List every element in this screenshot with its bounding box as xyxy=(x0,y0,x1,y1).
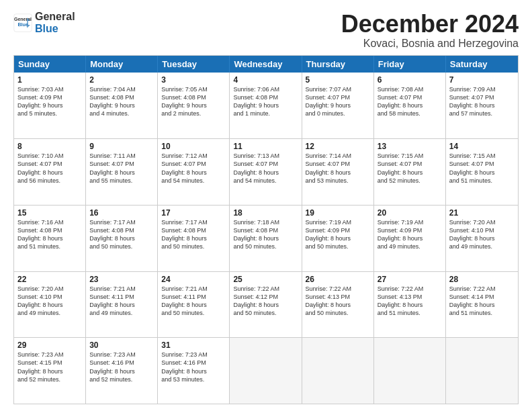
logo-general: General xyxy=(35,11,75,22)
day-17: 17 Sunrise: 7:17 AMSunset: 4:08 PMDaylig… xyxy=(158,205,230,271)
day-13: 13 Sunrise: 7:15 AMSunset: 4:07 PMDaylig… xyxy=(374,139,446,205)
day-9: 9 Sunrise: 7:11 AMSunset: 4:07 PMDayligh… xyxy=(86,139,158,205)
day-14: 14 Sunrise: 7:15 AMSunset: 4:07 PMDaylig… xyxy=(446,139,518,205)
day-18: 18 Sunrise: 7:18 AMSunset: 4:08 PMDaylig… xyxy=(230,205,302,271)
day-empty-4 xyxy=(446,338,518,404)
day-6: 6 Sunrise: 7:08 AMSunset: 4:07 PMDayligh… xyxy=(374,73,446,139)
day-7: 7 Sunrise: 7:09 AMSunset: 4:07 PMDayligh… xyxy=(446,73,518,139)
day-2: 2 Sunrise: 7:04 AMSunset: 4:08 PMDayligh… xyxy=(86,73,158,139)
calendar-subtitle: Kovaci, Bosnia and Herzegovina xyxy=(341,38,519,50)
day-25: 25 Sunrise: 7:22 AMSunset: 4:12 PMDaylig… xyxy=(230,272,302,338)
week-row-1: 1 Sunrise: 7:03 AMSunset: 4:09 PMDayligh… xyxy=(14,73,518,139)
day-empty-3 xyxy=(374,338,446,404)
day-16: 16 Sunrise: 7:17 AMSunset: 4:08 PMDaylig… xyxy=(86,205,158,271)
day-12: 12 Sunrise: 7:14 AMSunset: 4:07 PMDaylig… xyxy=(302,139,374,205)
svg-text:Blue: Blue xyxy=(17,22,28,27)
day-22: 22 Sunrise: 7:20 AMSunset: 4:10 PMDaylig… xyxy=(14,272,86,338)
day-27: 27 Sunrise: 7:22 AMSunset: 4:13 PMDaylig… xyxy=(374,272,446,338)
calendar: Sunday Monday Tuesday Wednesday Thursday… xyxy=(13,55,519,404)
header-sunday: Sunday xyxy=(14,56,86,73)
logo-icon: General Blue xyxy=(13,13,32,32)
header-monday: Monday xyxy=(86,56,158,73)
day-1: 1 Sunrise: 7:03 AMSunset: 4:09 PMDayligh… xyxy=(14,73,86,139)
logo-blue: Blue xyxy=(35,23,58,34)
day-3: 3 Sunrise: 7:05 AMSunset: 4:08 PMDayligh… xyxy=(158,73,230,139)
day-empty-2 xyxy=(302,338,374,404)
day-10: 10 Sunrise: 7:12 AMSunset: 4:07 PMDaylig… xyxy=(158,139,230,205)
header: General Blue General Blue December 2024 … xyxy=(13,11,519,50)
day-30: 30 Sunrise: 7:23 AMSunset: 4:16 PMDaylig… xyxy=(86,338,158,404)
day-28: 28 Sunrise: 7:22 AMSunset: 4:14 PMDaylig… xyxy=(446,272,518,338)
logo: General Blue General Blue xyxy=(13,11,75,35)
header-thursday: Thursday xyxy=(302,56,374,73)
day-20: 20 Sunrise: 7:19 AMSunset: 4:09 PMDaylig… xyxy=(374,205,446,271)
week-row-4: 22 Sunrise: 7:20 AMSunset: 4:10 PMDaylig… xyxy=(14,271,518,338)
day-8: 8 Sunrise: 7:10 AMSunset: 4:07 PMDayligh… xyxy=(14,139,86,205)
day-5: 5 Sunrise: 7:07 AMSunset: 4:07 PMDayligh… xyxy=(302,73,374,139)
day-24: 24 Sunrise: 7:21 AMSunset: 4:11 PMDaylig… xyxy=(158,272,230,338)
day-26: 26 Sunrise: 7:22 AMSunset: 4:13 PMDaylig… xyxy=(302,272,374,338)
day-21: 21 Sunrise: 7:20 AMSunset: 4:10 PMDaylig… xyxy=(446,205,518,271)
calendar-body: 1 Sunrise: 7:03 AMSunset: 4:09 PMDayligh… xyxy=(14,73,518,404)
day-23: 23 Sunrise: 7:21 AMSunset: 4:11 PMDaylig… xyxy=(86,272,158,338)
header-tuesday: Tuesday xyxy=(158,56,230,73)
week-row-3: 15 Sunrise: 7:16 AMSunset: 4:08 PMDaylig… xyxy=(14,205,518,271)
header-friday: Friday xyxy=(374,56,446,73)
header-wednesday: Wednesday xyxy=(230,56,302,73)
calendar-header: Sunday Monday Tuesday Wednesday Thursday… xyxy=(14,56,518,73)
day-29: 29 Sunrise: 7:23 AMSunset: 4:15 PMDaylig… xyxy=(14,338,86,404)
calendar-title: December 2024 xyxy=(341,11,519,38)
header-saturday: Saturday xyxy=(446,56,518,73)
day-4: 4 Sunrise: 7:06 AMSunset: 4:08 PMDayligh… xyxy=(230,73,302,139)
day-31: 31 Sunrise: 7:23 AMSunset: 4:16 PMDaylig… xyxy=(158,338,230,404)
week-row-5: 29 Sunrise: 7:23 AMSunset: 4:15 PMDaylig… xyxy=(14,337,518,404)
day-15: 15 Sunrise: 7:16 AMSunset: 4:08 PMDaylig… xyxy=(14,205,86,271)
day-empty-1 xyxy=(230,338,302,404)
page: General Blue General Blue December 2024 … xyxy=(0,0,532,411)
logo-wordmark: General Blue xyxy=(35,11,75,35)
title-block: December 2024 Kovaci, Bosnia and Herzego… xyxy=(341,11,519,50)
day-19: 19 Sunrise: 7:19 AMSunset: 4:09 PMDaylig… xyxy=(302,205,374,271)
week-row-2: 8 Sunrise: 7:10 AMSunset: 4:07 PMDayligh… xyxy=(14,138,518,205)
day-11: 11 Sunrise: 7:13 AMSunset: 4:07 PMDaylig… xyxy=(230,139,302,205)
